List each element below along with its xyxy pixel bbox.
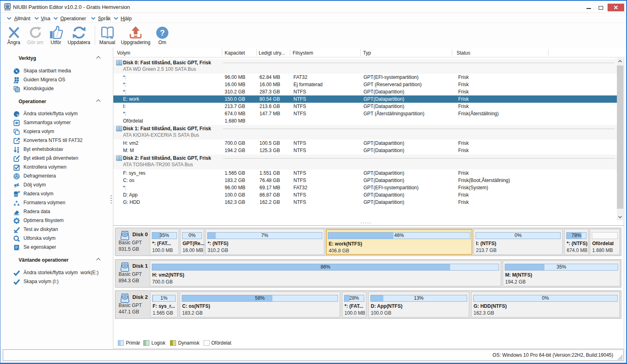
svg-text:?: ? [160,28,165,37]
